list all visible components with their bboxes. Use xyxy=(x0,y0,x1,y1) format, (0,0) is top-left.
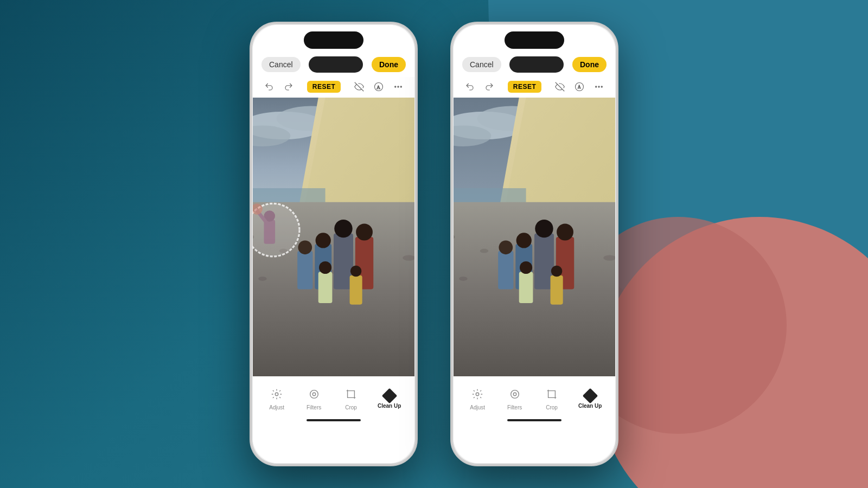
adjust-label-left: Adjust xyxy=(269,404,284,410)
filters-icon-left xyxy=(308,388,320,403)
svg-point-73 xyxy=(557,224,573,241)
svg-point-75 xyxy=(520,261,532,274)
photo-area-left xyxy=(253,98,414,376)
phones-container: Cancel Done RESET xyxy=(250,22,618,466)
bottom-nav-left: Adjust Filters xyxy=(253,382,414,415)
svg-point-42 xyxy=(312,393,316,396)
undo-icon-left[interactable] xyxy=(261,79,277,94)
svg-point-26 xyxy=(316,233,331,248)
svg-rect-33 xyxy=(350,275,362,305)
svg-point-61 xyxy=(480,249,488,253)
bottom-panel-right: Adjust Filters xyxy=(454,376,615,463)
svg-point-67 xyxy=(499,240,513,254)
cleanup-label-left: Clean Up xyxy=(378,403,401,409)
svg-text:A: A xyxy=(376,85,380,90)
svg-point-4 xyxy=(400,86,401,87)
home-indicator-left xyxy=(307,419,361,421)
bottom-panel-left: Adjust Filters xyxy=(253,376,414,463)
svg-point-79 xyxy=(510,390,519,399)
nav-item-crop-left[interactable]: Crop xyxy=(336,386,366,413)
photo-area-right xyxy=(454,98,615,376)
nav-item-crop-right[interactable]: Crop xyxy=(537,386,567,413)
crop-icon-right xyxy=(546,388,558,403)
markup-icon-left[interactable]: A xyxy=(371,79,386,94)
nav-item-adjust-left[interactable]: Adjust xyxy=(262,386,292,413)
visibility-icon-left[interactable] xyxy=(352,79,367,94)
adjust-icon-left xyxy=(271,388,283,403)
done-button-left[interactable]: Done xyxy=(372,57,406,72)
visibility-icon-right[interactable] xyxy=(552,79,567,94)
cancel-button-left[interactable]: Cancel xyxy=(261,57,301,72)
nav-item-filters-left[interactable]: Filters xyxy=(299,386,329,413)
markup-icon-right[interactable]: A xyxy=(572,79,587,94)
reset-button-left[interactable]: RESET xyxy=(307,81,341,93)
crop-label-right: Crop xyxy=(546,404,558,410)
dynamic-island-left xyxy=(304,31,363,49)
cleanup-label-right: Clean Up xyxy=(578,403,602,409)
svg-point-34 xyxy=(350,266,362,277)
done-button-right[interactable]: Done xyxy=(572,57,607,72)
nav-item-cleanup-right[interactable]: Clean Up xyxy=(574,388,606,411)
phone-left: Cancel Done RESET xyxy=(250,22,418,466)
nav-item-adjust-right[interactable]: Adjust xyxy=(463,386,493,413)
svg-point-69 xyxy=(516,233,532,248)
svg-point-47 xyxy=(598,86,599,87)
toolbar-left: RESET A xyxy=(253,77,414,98)
reset-button-right[interactable]: RESET xyxy=(508,81,542,93)
svg-rect-66 xyxy=(498,251,513,290)
more-icon-right[interactable] xyxy=(591,79,607,94)
filters-icon-right xyxy=(509,388,521,403)
adjust-label-right: Adjust xyxy=(470,404,485,410)
adjust-icon-right xyxy=(471,388,483,403)
svg-point-2 xyxy=(395,86,396,87)
svg-point-80 xyxy=(513,393,516,396)
cleanup-icon-left xyxy=(384,390,395,401)
svg-rect-76 xyxy=(551,275,563,305)
svg-point-71 xyxy=(535,220,553,237)
nav-item-cleanup-left[interactable]: Clean Up xyxy=(373,388,405,411)
svg-text:A: A xyxy=(578,85,581,89)
svg-point-21 xyxy=(258,277,266,281)
svg-point-24 xyxy=(298,240,312,254)
phone-right: Cancel Done RESET xyxy=(450,22,618,466)
svg-point-78 xyxy=(476,393,479,396)
svg-point-48 xyxy=(601,86,602,87)
svg-point-77 xyxy=(551,266,563,277)
svg-point-3 xyxy=(398,86,399,87)
dynamic-island-right xyxy=(505,31,564,49)
dynamic-area-left xyxy=(309,56,363,73)
svg-point-32 xyxy=(319,261,331,274)
cancel-button-right[interactable]: Cancel xyxy=(462,57,501,72)
filters-label-left: Filters xyxy=(307,404,321,410)
svg-rect-31 xyxy=(318,272,333,303)
crop-label-left: Crop xyxy=(345,404,357,410)
toolbar-right: RESET A xyxy=(454,77,615,98)
svg-point-41 xyxy=(310,390,318,399)
svg-rect-59 xyxy=(454,202,615,376)
svg-rect-74 xyxy=(519,272,533,303)
svg-rect-23 xyxy=(297,251,312,290)
svg-point-30 xyxy=(356,224,373,241)
more-icon-left[interactable] xyxy=(391,79,406,94)
nav-item-filters-right[interactable]: Filters xyxy=(500,386,529,413)
home-indicator-right xyxy=(507,419,561,421)
svg-point-28 xyxy=(334,220,352,237)
crop-icon-left xyxy=(345,388,357,403)
filters-label-right: Filters xyxy=(507,404,522,410)
bottom-nav-right: Adjust Filters xyxy=(454,382,615,415)
svg-point-64 xyxy=(459,277,467,281)
dynamic-area-right xyxy=(509,56,564,73)
redo-icon-left[interactable] xyxy=(281,79,296,94)
cleanup-icon-right xyxy=(585,390,596,401)
redo-icon-right[interactable] xyxy=(482,79,497,94)
undo-icon-right[interactable] xyxy=(462,79,477,94)
svg-point-40 xyxy=(275,393,278,396)
svg-point-46 xyxy=(596,86,597,87)
